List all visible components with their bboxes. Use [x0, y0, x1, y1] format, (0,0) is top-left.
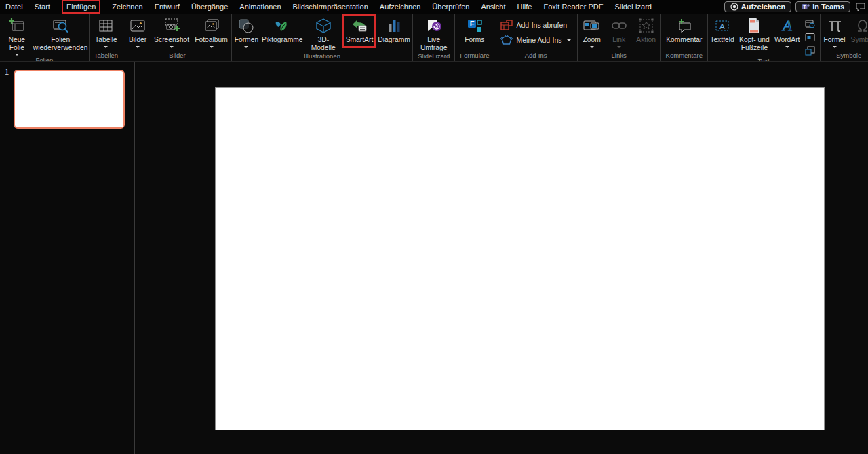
- button-label: Forms: [465, 36, 484, 44]
- screenshot-icon: [163, 17, 180, 35]
- button-label: Tabelle: [95, 36, 117, 44]
- kopf-und-fusszeile-button[interactable]: Kopf- und Fußzeile: [736, 16, 773, 51]
- zoom-button[interactable]: Zoom: [578, 16, 606, 48]
- tab-start[interactable]: Start: [35, 0, 50, 14]
- header-footer-icon: [747, 17, 762, 35]
- live-umfrage-button[interactable]: Live Umfrage: [414, 16, 454, 51]
- in-teams-button[interactable]: TIn Teams: [795, 1, 850, 12]
- reuse-slides-icon: [52, 17, 69, 35]
- slide-canvas[interactable]: [215, 87, 825, 430]
- svg-text:A: A: [781, 18, 792, 34]
- button-label: Bilder: [129, 36, 146, 44]
- folien-wiederverwenden-button[interactable]: Folien wiederverwenden: [33, 16, 88, 51]
- aktion-button: Aktion: [633, 16, 660, 44]
- datetime-icon[interactable]: [804, 18, 816, 29]
- 3d-modelle-button[interactable]: 3D-Modelle: [304, 16, 343, 51]
- button-label: Screenshot: [154, 36, 189, 44]
- ribbon-group-formulare: FFormsFormulare: [455, 14, 494, 61]
- ribbon-group-content: FormenPiktogramme3D-ModelleSmartArtDiagr…: [233, 14, 412, 51]
- forms-button[interactable]: FForms: [461, 16, 488, 44]
- kommentar-button[interactable]: Kommentar: [663, 16, 705, 44]
- ribbon-group-label: Tabellen: [90, 51, 122, 61]
- ribbon-group-label: SlideLizard: [414, 51, 454, 62]
- ribbon-group-links: ZoomLinkAktionLinks: [578, 14, 661, 61]
- ribbon-group-text: ATextfeldKopf- und FußzeileAWordArtText: [708, 14, 821, 61]
- ribbon-group-content: Live Umfrage: [414, 14, 454, 51]
- tab-bildschirmprasentation[interactable]: Bildschirmpräsentation: [293, 0, 368, 14]
- ribbon: Neue FolieFolien wiederverwendenFolienTa…: [0, 14, 868, 62]
- button-label: Add-Ins abrufen: [516, 21, 567, 29]
- textfeld-button[interactable]: ATextfeld: [709, 16, 736, 44]
- textbox-icon: A: [714, 17, 730, 35]
- action-star-icon: [638, 17, 654, 35]
- formel-button[interactable]: Formel: [821, 16, 848, 48]
- bilder-button[interactable]: Bilder: [124, 16, 151, 48]
- chevron-down-icon: [833, 46, 837, 48]
- tab-zeichnen[interactable]: Zeichnen: [112, 0, 142, 14]
- cube-3d-icon: [315, 17, 332, 35]
- mini-button-stack: [802, 16, 819, 56]
- forms-icon: F: [466, 17, 484, 35]
- tabelle-button[interactable]: Tabelle: [92, 16, 120, 48]
- add-ins-abrufen-button[interactable]: Add-Ins abrufen: [500, 20, 570, 30]
- diagramm-button[interactable]: Diagramm: [376, 16, 412, 44]
- wordart-icon: A: [778, 17, 796, 35]
- button-label: Textfeld: [710, 36, 734, 44]
- tab-slidelizard[interactable]: SlideLizard: [615, 0, 652, 14]
- pictograms-icon: [273, 17, 291, 35]
- comment-bubble-icon[interactable]: [854, 1, 867, 12]
- neue-folie-button[interactable]: Neue Folie: [1, 16, 33, 56]
- ribbon-group-content: Add-Ins abrufenMeine Add-Ins: [495, 14, 576, 51]
- ribbon-group-label: Kommentare: [662, 51, 707, 61]
- tab-ansicht[interactable]: Ansicht: [481, 0, 505, 14]
- ribbon-group-label: Links: [578, 51, 660, 61]
- tab-animationen[interactable]: Animationen: [239, 0, 281, 14]
- tab-hilfe[interactable]: Hilfe: [517, 0, 532, 14]
- addin-hex-icon: [500, 35, 513, 45]
- menu-bar: DateiStartEinfügenZeichnenEntwurfÜbergän…: [0, 0, 868, 14]
- slide-number-icon[interactable]: [804, 31, 816, 43]
- addin-store-icon: [500, 20, 513, 30]
- chart-icon: [386, 17, 402, 35]
- slide-thumbnail[interactable]: [14, 70, 125, 129]
- tab-uberprufen[interactable]: Überprüfen: [432, 0, 469, 14]
- chevron-down-icon: [567, 39, 571, 41]
- wordart-button[interactable]: AWordArt: [773, 16, 802, 48]
- button-label: Folien wiederverwenden: [33, 36, 88, 51]
- ribbon-group-label: Bilder: [124, 51, 231, 61]
- chevron-down-icon: [210, 46, 214, 48]
- ribbon-group-illustrationen: FormenPiktogramme3D-ModelleSmartArtDiagr…: [232, 14, 413, 61]
- smartart-button[interactable]: SmartArt: [342, 14, 376, 48]
- button-label: Symbol: [851, 36, 868, 44]
- tab-entwurf[interactable]: Entwurf: [155, 0, 180, 14]
- button-label: In Teams: [812, 3, 844, 11]
- editing-canvas: [136, 62, 868, 454]
- svg-text:A: A: [719, 22, 725, 30]
- stacked-buttons: Add-Ins abrufenMeine Add-Ins: [495, 16, 576, 45]
- formen-button[interactable]: Formen: [233, 16, 260, 48]
- button-label: Aktion: [636, 36, 656, 44]
- ribbon-group-label: Symbole: [821, 51, 868, 61]
- button-label: Meine Add-Ins: [516, 36, 561, 44]
- ribbon-group-label: Text: [709, 56, 819, 62]
- ribbon-group-tabellen: TabelleTabellen: [90, 14, 123, 61]
- button-label: Live Umfrage: [416, 36, 451, 51]
- tab-ubergange[interactable]: Übergänge: [191, 0, 228, 14]
- button-label: 3D-Modelle: [307, 36, 340, 51]
- chevron-down-icon: [170, 46, 174, 48]
- piktogramme-button[interactable]: Piktogramme: [260, 16, 304, 44]
- aufzeichnen-button[interactable]: Aufzeichnen: [724, 1, 791, 12]
- slide-thumbnail-panel: 1: [0, 62, 135, 454]
- object-icon[interactable]: [804, 45, 816, 56]
- button-label: Aufzeichnen: [741, 3, 785, 11]
- tab-einfugen[interactable]: Einfügen: [62, 0, 100, 14]
- button-label: Fotoalbum: [195, 36, 228, 44]
- screenshot-button[interactable]: Screenshot: [151, 16, 192, 48]
- tab-foxit-reader-pdf[interactable]: Foxit Reader PDF: [543, 0, 603, 14]
- tab-aufzeichnen[interactable]: Aufzeichnen: [380, 0, 421, 14]
- meine-add-ins-button[interactable]: Meine Add-Ins: [500, 35, 570, 45]
- tab-datei[interactable]: Datei: [5, 0, 23, 14]
- ribbon-group-label: Illustrationen: [233, 51, 412, 62]
- menu-tab-strip: DateiStartEinfügenZeichnenEntwurfÜbergän…: [0, 0, 652, 14]
- fotoalbum-button[interactable]: Fotoalbum: [192, 16, 231, 48]
